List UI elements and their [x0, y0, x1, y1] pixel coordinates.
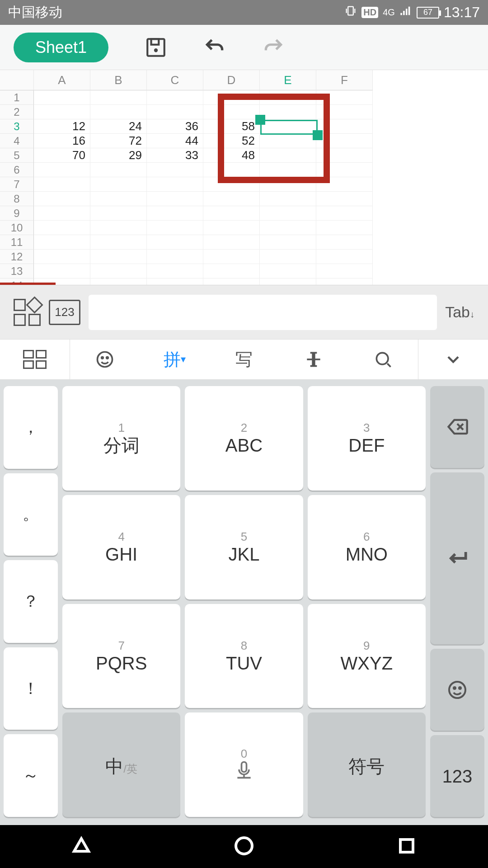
cell[interactable] [316, 221, 373, 235]
cell[interactable] [147, 192, 203, 206]
t9-key[interactable]: 9WXYZ [308, 604, 426, 708]
cell[interactable] [316, 105, 373, 119]
cell[interactable] [260, 119, 316, 134]
t9-key[interactable]: 5JKL [185, 495, 303, 599]
cell[interactable] [260, 206, 316, 221]
row-header[interactable]: 8 [0, 192, 34, 206]
sheet-tab[interactable]: Sheet1 [14, 33, 108, 62]
row-header[interactable]: 3 [0, 119, 34, 134]
cell[interactable] [316, 90, 373, 105]
cell[interactable] [316, 264, 373, 278]
cell[interactable] [203, 177, 260, 192]
cell[interactable] [260, 105, 316, 119]
number-mode-button[interactable]: 123 [49, 300, 80, 325]
keyboard-toggle-icon[interactable] [14, 299, 41, 326]
punct-key[interactable]: ， [4, 386, 58, 469]
cell[interactable]: 58 [203, 119, 260, 134]
col-header-F[interactable]: F [316, 70, 373, 90]
cell[interactable] [203, 278, 260, 285]
cell[interactable] [90, 177, 147, 192]
cell[interactable] [90, 264, 147, 278]
search-icon[interactable] [348, 340, 418, 379]
row-header[interactable]: 6 [0, 163, 34, 177]
cell[interactable] [147, 235, 203, 250]
t9-key[interactable]: 中/英 [62, 712, 180, 817]
cell[interactable] [316, 177, 373, 192]
cell[interactable] [147, 163, 203, 177]
cell[interactable]: 72 [90, 134, 147, 148]
t9-key[interactable]: 4GHI [62, 495, 180, 599]
cell[interactable] [34, 163, 90, 177]
cell[interactable]: 48 [203, 148, 260, 163]
cell[interactable] [147, 105, 203, 119]
ime-menu-icon[interactable] [0, 340, 70, 379]
cell[interactable] [34, 278, 90, 285]
cell[interactable] [147, 264, 203, 278]
cell[interactable] [90, 163, 147, 177]
cell[interactable] [90, 206, 147, 221]
t9-key[interactable]: 6MNO [308, 495, 426, 599]
tab-button[interactable]: Tab↓ [445, 303, 474, 321]
cell[interactable] [147, 206, 203, 221]
cell[interactable] [203, 163, 260, 177]
enter-key[interactable] [430, 472, 484, 644]
cursor-tool-icon[interactable] [279, 340, 348, 379]
col-header-A[interactable]: A [34, 70, 90, 90]
cell[interactable] [260, 134, 316, 148]
cell[interactable] [90, 90, 147, 105]
cell[interactable] [260, 163, 316, 177]
cell[interactable] [147, 177, 203, 192]
cell[interactable] [316, 192, 373, 206]
cell[interactable] [90, 235, 147, 250]
cell[interactable]: 24 [90, 119, 147, 134]
cell[interactable] [34, 250, 90, 264]
cell[interactable] [203, 264, 260, 278]
cell[interactable] [203, 206, 260, 221]
t9-key[interactable]: 7PQRS [62, 604, 180, 708]
punct-key[interactable]: ～ [4, 734, 58, 817]
formula-input[interactable] [89, 295, 437, 330]
punct-key[interactable]: 。 [4, 473, 58, 556]
cell[interactable] [203, 250, 260, 264]
t9-key[interactable]: 3DEF [308, 386, 426, 491]
row-header[interactable]: 9 [0, 206, 34, 221]
row-header[interactable]: 14 [0, 278, 34, 285]
cell[interactable] [260, 221, 316, 235]
cell[interactable] [316, 163, 373, 177]
undo-icon[interactable] [203, 36, 226, 59]
cell[interactable] [147, 278, 203, 285]
cell[interactable] [203, 235, 260, 250]
row-header[interactable]: 1 [0, 90, 34, 105]
cell[interactable] [34, 177, 90, 192]
cell[interactable] [34, 235, 90, 250]
emoji-key[interactable] [430, 649, 484, 731]
cell[interactable] [203, 105, 260, 119]
punct-key[interactable]: ！ [4, 647, 58, 730]
col-header-B[interactable]: B [90, 70, 147, 90]
cell[interactable] [203, 221, 260, 235]
col-header-D[interactable]: D [203, 70, 260, 90]
backspace-key[interactable] [430, 386, 484, 468]
cell[interactable]: 70 [34, 148, 90, 163]
t9-key[interactable]: 2ABC [185, 386, 303, 491]
row-header[interactable]: 10 [0, 221, 34, 235]
spreadsheet[interactable]: ABCDEF 123122436584167244525702933486789… [0, 70, 488, 285]
row-header[interactable]: 11 [0, 235, 34, 250]
punct-key[interactable]: ？ [4, 560, 58, 643]
pinyin-mode-button[interactable]: 拼▾ [140, 340, 209, 379]
cell[interactable] [260, 177, 316, 192]
cell[interactable] [260, 250, 316, 264]
cell[interactable]: 12 [34, 119, 90, 134]
cell[interactable] [316, 148, 373, 163]
row-header[interactable]: 2 [0, 105, 34, 119]
nav-back-icon[interactable] [70, 835, 92, 859]
emoji-icon[interactable] [70, 340, 140, 379]
cell[interactable] [260, 235, 316, 250]
cell[interactable] [260, 90, 316, 105]
cell[interactable] [203, 90, 260, 105]
cell[interactable] [34, 192, 90, 206]
row-header[interactable]: 7 [0, 177, 34, 192]
cell[interactable]: 52 [203, 134, 260, 148]
t9-key[interactable]: 8TUV [185, 604, 303, 708]
cell[interactable]: 29 [90, 148, 147, 163]
